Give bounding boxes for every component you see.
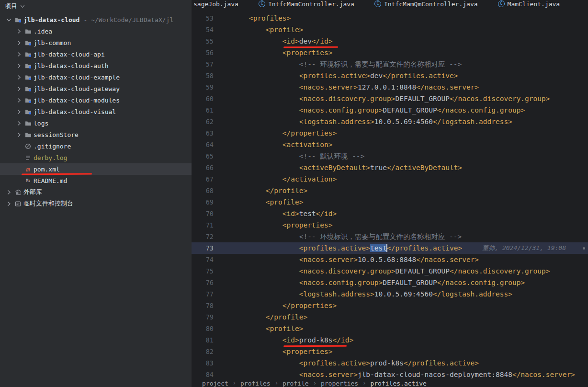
line-number[interactable]: 68 bbox=[192, 185, 214, 196]
tree-item-.idea[interactable]: .idea bbox=[0, 25, 192, 37]
tab-MamClient.java[interactable]: CMamClient.java bbox=[488, 0, 570, 8]
line-number[interactable]: 72 bbox=[192, 231, 214, 242]
line-number[interactable]: 56 bbox=[192, 47, 214, 58]
code-line-79[interactable]: 79 </profile> bbox=[192, 311, 588, 323]
code-line-63[interactable]: 63 </properties> bbox=[192, 127, 588, 139]
tree-item-jlb-datax-cloud-visual[interactable]: jlb-datax-cloud-visual bbox=[0, 106, 192, 117]
code-line-72[interactable]: 72 <!-- 环境标识，需要与配置文件的名称相对应 --> bbox=[192, 231, 588, 242]
line-number[interactable]: 61 bbox=[192, 104, 214, 116]
code-line-56[interactable]: 56 <properties> bbox=[192, 47, 588, 58]
tree-item-外部库[interactable]: 外部库 bbox=[0, 186, 192, 198]
line-number[interactable]: 73 bbox=[192, 242, 214, 254]
chevron-right-icon[interactable] bbox=[14, 109, 23, 115]
code-area[interactable]: 53 <profiles>54 <profile>55 <id>dev</id>… bbox=[192, 12, 588, 380]
code-line-68[interactable]: 68 </profile> bbox=[192, 185, 588, 196]
line-number[interactable]: 55 bbox=[192, 35, 214, 47]
breadcrumb-item-project[interactable]: project bbox=[202, 380, 228, 387]
code-line-58[interactable]: 58 <profiles.active>dev</profiles.active… bbox=[192, 70, 588, 81]
line-number[interactable]: 81 bbox=[192, 334, 214, 346]
tab-sageJob.java[interactable]: sageJob.java bbox=[192, 0, 249, 8]
code-line-75[interactable]: 75 <nacos.discovery.group>DEFAULT_GROUP<… bbox=[192, 265, 588, 277]
line-number[interactable]: 53 bbox=[192, 12, 214, 24]
code-line-73[interactable]: 73 <profiles.active>test</profiles.activ… bbox=[192, 242, 588, 254]
breadcrumb-item-profile[interactable]: profile bbox=[283, 380, 309, 387]
tree-item-derby.log[interactable]: derby.log bbox=[0, 152, 192, 163]
code-line-54[interactable]: 54 <profile> bbox=[192, 24, 588, 35]
line-number[interactable]: 79 bbox=[192, 311, 214, 323]
line-number[interactable]: 67 bbox=[192, 173, 214, 185]
chevron-down-icon[interactable] bbox=[4, 17, 13, 23]
tree-item-jlb-datax-cloud-example[interactable]: jlb-datax-cloud-example bbox=[0, 71, 192, 83]
code-line-62[interactable]: 62 <logstash.address>10.0.5.69:4560</log… bbox=[192, 116, 588, 127]
tree-item-.gitignore[interactable]: .gitignore bbox=[0, 140, 192, 152]
line-number[interactable]: 76 bbox=[192, 277, 214, 288]
tree-item-jlb-datax-cloud-auth[interactable]: jlb-datax-cloud-auth bbox=[0, 60, 192, 71]
chevron-right-icon[interactable] bbox=[14, 97, 23, 103]
code-line-82[interactable]: 82 <properties> bbox=[192, 346, 588, 357]
code-line-60[interactable]: 60 <nacos.discovery.group>DEFAULT_GROUP<… bbox=[192, 93, 588, 104]
line-number[interactable]: 59 bbox=[192, 81, 214, 93]
tree-item-jlb-datax-cloud-modules[interactable]: jlb-datax-cloud-modules bbox=[0, 94, 192, 106]
code-line-81[interactable]: 81 <id>prod-k8s</id> bbox=[192, 334, 588, 346]
line-number[interactable]: 58 bbox=[192, 70, 214, 81]
line-number[interactable]: 66 bbox=[192, 162, 214, 173]
chevron-right-icon[interactable] bbox=[14, 28, 23, 34]
line-number[interactable]: 75 bbox=[192, 265, 214, 277]
tree-item-logs[interactable]: logs bbox=[0, 117, 192, 129]
line-number[interactable]: 74 bbox=[192, 254, 214, 265]
tree-item-sessionStore[interactable]: sessionStore bbox=[0, 129, 192, 140]
code-line-84[interactable]: 84 <nacos.server>jlb-datax-cloud-nacos-d… bbox=[192, 369, 588, 380]
code-line-74[interactable]: 74 <nacos.server>10.0.5.68:8848</nacos.s… bbox=[192, 254, 588, 265]
chevron-right-icon[interactable] bbox=[14, 74, 23, 80]
chevron-right-icon[interactable] bbox=[14, 120, 23, 126]
line-number[interactable]: 64 bbox=[192, 139, 214, 150]
code-line-69[interactable]: 69 <profile> bbox=[192, 196, 588, 208]
line-number[interactable]: 71 bbox=[192, 219, 214, 231]
line-number[interactable]: 84 bbox=[192, 369, 214, 380]
code-line-77[interactable]: 77 <logstash.address>10.0.5.69:4560</log… bbox=[192, 288, 588, 300]
line-number[interactable]: 57 bbox=[192, 58, 214, 70]
code-line-67[interactable]: 67 </activation> bbox=[192, 173, 588, 185]
tree-item-jlb-datax-cloud-api[interactable]: jlb-datax-cloud-api bbox=[0, 48, 192, 60]
line-number[interactable]: 80 bbox=[192, 323, 214, 334]
code-line-59[interactable]: 59 <nacos.server>127.0.0.1:8848</nacos.s… bbox=[192, 81, 588, 93]
line-number[interactable]: 69 bbox=[192, 196, 214, 208]
breadcrumb-item-profiles[interactable]: profiles bbox=[240, 380, 271, 387]
code-line-65[interactable]: 65 <!-- 默认环境 --> bbox=[192, 150, 588, 162]
chevron-right-icon[interactable] bbox=[14, 86, 23, 92]
tree-item-jlb-datax-cloud[interactable]: jlb-datax-cloud- ~/WorkCode/JLBDataX/jl bbox=[0, 14, 192, 25]
code-line-76[interactable]: 76 <nacos.config.group>DEFAULT_GROUP</na… bbox=[192, 277, 588, 288]
line-number[interactable]: 63 bbox=[192, 127, 214, 139]
chevron-right-icon[interactable] bbox=[14, 51, 23, 57]
code-line-80[interactable]: 80 <profile> bbox=[192, 323, 588, 334]
line-number[interactable]: 60 bbox=[192, 93, 214, 104]
line-number[interactable]: 65 bbox=[192, 150, 214, 162]
breadcrumb-item-properties[interactable]: properties bbox=[321, 380, 358, 387]
line-number[interactable]: 70 bbox=[192, 208, 214, 219]
code-line-57[interactable]: 57 <!-- 环境标识，需要与配置文件的名称相对应 --> bbox=[192, 58, 588, 70]
tree-item-README.md[interactable]: M↓README.md bbox=[0, 175, 192, 186]
chevron-right-icon[interactable] bbox=[14, 40, 23, 46]
code-line-61[interactable]: 61 <nacos.config.group>DEFAULT_GROUP</na… bbox=[192, 104, 588, 116]
tab-IntfcMamQmController.java[interactable]: CIntfcMamQmController.java bbox=[364, 0, 488, 8]
code-line-53[interactable]: 53 <profiles> bbox=[192, 12, 588, 24]
chevron-right-icon[interactable] bbox=[14, 63, 23, 69]
code-line-66[interactable]: 66 <activeByDefault>true</activeByDefaul… bbox=[192, 162, 588, 173]
line-number[interactable]: 82 bbox=[192, 346, 214, 357]
tree-item-临时文件和控制台[interactable]: 临时文件和控制台 bbox=[0, 198, 192, 209]
chevron-right-icon[interactable] bbox=[14, 132, 23, 138]
tree-item-jlb-common[interactable]: jlb-common bbox=[0, 37, 192, 48]
tab-IntfcMamController.java[interactable]: CIntfcMamController.java bbox=[249, 0, 364, 8]
code-line-70[interactable]: 70 <id>test</id> bbox=[192, 208, 588, 219]
tree-item-jlb-datax-cloud-gateway[interactable]: jlb-datax-cloud-gateway bbox=[0, 83, 192, 94]
chevron-right-icon[interactable] bbox=[4, 189, 13, 195]
line-number[interactable]: 83 bbox=[192, 357, 214, 369]
code-line-71[interactable]: 71 <properties> bbox=[192, 219, 588, 231]
code-line-78[interactable]: 78 </properties> bbox=[192, 300, 588, 311]
breadcrumb-item-profiles.active[interactable]: profiles.active bbox=[370, 380, 426, 387]
code-line-55[interactable]: 55 <id>dev</id> bbox=[192, 35, 588, 47]
line-number[interactable]: 78 bbox=[192, 300, 214, 311]
line-number[interactable]: 77 bbox=[192, 288, 214, 300]
line-number[interactable]: 62 bbox=[192, 116, 214, 127]
chevron-right-icon[interactable] bbox=[4, 201, 13, 207]
